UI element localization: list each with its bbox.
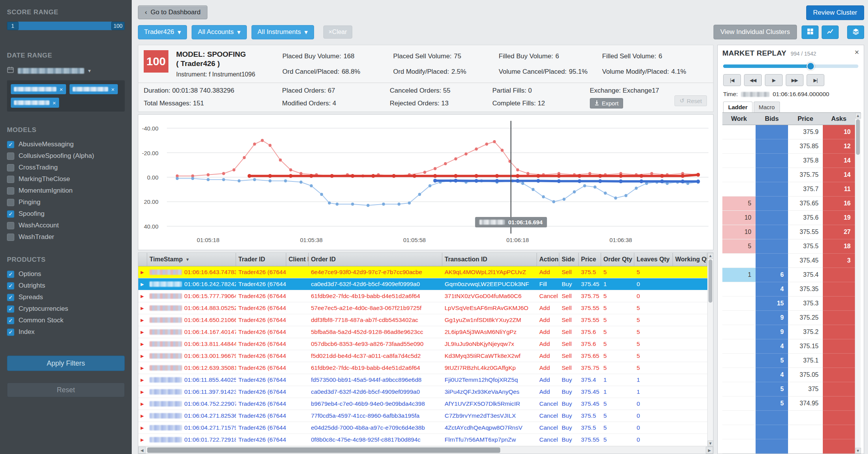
checkbox-item-pinging[interactable]: Pinging	[7, 197, 125, 208]
chart-view-button[interactable]	[822, 25, 839, 39]
clear-filters-button[interactable]: ×Clear	[323, 25, 353, 39]
column-header-trader-id[interactable]: Trader ID	[236, 253, 286, 266]
scroll-down-icon[interactable]: ▼	[708, 440, 713, 446]
play-button[interactable]: ▶	[765, 74, 783, 86]
slider-handle-max[interactable]: 100	[111, 22, 125, 30]
row-expand-icon[interactable]: ▶	[141, 294, 144, 299]
date-range-input[interactable]: ▾	[7, 65, 125, 76]
ladder-scroll-thumb[interactable]	[856, 119, 860, 155]
scroll-right-icon[interactable]: ▶	[706, 447, 713, 454]
row-expand-icon[interactable]: ▶	[141, 306, 144, 311]
hscroll-thumb[interactable]	[147, 447, 500, 453]
checkbox-item-abusivemessaging[interactable]: ✓AbusiveMessaging	[7, 139, 125, 150]
date-filter-chip[interactable]: ×	[11, 84, 66, 94]
sidebar-reset-button[interactable]: Reset	[7, 383, 125, 397]
scroll-up-icon[interactable]: ▲	[708, 253, 713, 259]
table-row[interactable]: ▶01:06:14.167.401478Trader426 (67644)5bf…	[138, 326, 707, 338]
checkbox-item-crosstrading[interactable]: CrossTrading	[7, 162, 125, 173]
layers-view-button[interactable]	[847, 25, 864, 39]
unchecked-checkbox-icon[interactable]	[7, 234, 14, 241]
scroll-down-icon[interactable]: ▼	[855, 448, 861, 454]
table-row[interactable]: ▶01:06:15.777.790644Trader426 (67644)61f…	[138, 290, 707, 302]
row-expand-icon[interactable]: ▶	[141, 378, 144, 383]
score-range-slider[interactable]: 1 100	[7, 22, 125, 30]
table-row[interactable]: ▶01:06:12.639.350811Trader426 (67644)61f…	[138, 362, 707, 374]
checkbox-item-options[interactable]: ✓Options	[7, 268, 125, 280]
row-expand-icon[interactable]: ▶	[141, 270, 144, 275]
checkbox-item-washaccount[interactable]: WashAccount	[7, 220, 125, 231]
date-filter-chip[interactable]: ×	[11, 98, 59, 108]
apply-filters-button[interactable]: Apply Filters	[7, 356, 125, 371]
unchecked-checkbox-icon[interactable]	[7, 176, 14, 183]
table-row[interactable]: ▶01:06:01.722.729182Trader426 (67644)0f8…	[138, 434, 707, 446]
slider-handle-min[interactable]: 1	[7, 22, 19, 30]
table-row[interactable]: ▶01:06:04.752.229072Trader426 (67644)b96…	[138, 398, 707, 410]
table-row[interactable]: ▶01:06:11.397.914234Trader426 (67644)ca0…	[138, 386, 707, 398]
checkbox-item-index[interactable]: ✓Index	[7, 326, 125, 338]
chart-canvas[interactable]	[167, 121, 708, 234]
instruments-filter-dropdown[interactable]: All Instruments▾	[251, 25, 314, 39]
view-individual-clusters-button[interactable]: View Individual Clusters	[713, 25, 797, 39]
row-expand-icon[interactable]: ▶	[141, 330, 144, 335]
checkbox-item-momentumignition[interactable]: MomentumIgnition	[7, 185, 125, 197]
checkbox-item-collusivespoofing-alpha[interactable]: CollusiveSpoofing (Alpha)	[7, 150, 125, 162]
rewind-button[interactable]: ◀◀	[744, 74, 762, 86]
trader-filter-dropdown[interactable]: Trader426▾	[138, 25, 187, 39]
table-row[interactable]: ▶01:06:16.643.747838Trader426 (67644)6e4…	[138, 266, 707, 278]
column-header-timestamp[interactable]: TimeStamp▼	[147, 253, 236, 266]
table-vertical-scrollbar[interactable]: ▲ ▼	[707, 253, 713, 446]
row-expand-icon[interactable]: ▶	[141, 390, 144, 395]
review-cluster-button[interactable]: Review Cluster	[806, 5, 864, 20]
checked-checkbox-icon[interactable]: ✓	[7, 141, 14, 148]
export-button[interactable]: Export	[590, 98, 623, 108]
column-header-working-qty[interactable]: Working Qty	[673, 253, 707, 266]
tab-ladder[interactable]: Ladder	[723, 102, 752, 112]
column-header-side[interactable]: Side	[559, 253, 579, 266]
table-row[interactable]: ▶01:06:14.650.210663Trader426 (67644)ddf…	[138, 314, 707, 326]
vscroll-track[interactable]	[708, 259, 713, 440]
table-row[interactable]: ▶01:06:13.811.448440Trader426 (67644)057…	[138, 338, 707, 350]
table-row[interactable]: ▶01:06:04.271.715792Trader426 (67644)e04…	[138, 422, 707, 434]
row-expand-icon[interactable]: ▶	[141, 366, 144, 371]
checkbox-item-spreads[interactable]: ✓Spreads	[7, 291, 125, 303]
checked-checkbox-icon[interactable]: ✓	[7, 317, 14, 324]
checkbox-item-spoofing[interactable]: ✓Spoofing	[7, 208, 125, 220]
skip-to-end-button[interactable]: ▶|	[807, 74, 824, 86]
accounts-filter-dropdown[interactable]: All Accounts▾	[192, 25, 246, 39]
checked-checkbox-icon[interactable]: ✓	[7, 271, 14, 278]
column-header-order-id[interactable]: Order ID	[309, 253, 442, 266]
checkbox-item-common-stock[interactable]: ✓Common Stock	[7, 315, 125, 326]
column-header-transaction-id[interactable]: Transaction ID	[442, 253, 537, 266]
row-expand-icon[interactable]: ▶	[141, 413, 144, 418]
chip-remove-icon[interactable]: ×	[111, 86, 115, 93]
checkbox-item-washtrader[interactable]: WashTrader	[7, 231, 125, 243]
skip-to-start-button[interactable]: |◀	[723, 74, 741, 86]
unchecked-checkbox-icon[interactable]	[7, 164, 14, 171]
checked-checkbox-icon[interactable]: ✓	[7, 329, 14, 336]
checkbox-item-cryptocurrencies[interactable]: ✓Cryptocurrencies	[7, 303, 125, 315]
ladder-scroll-track[interactable]	[855, 119, 861, 448]
checked-checkbox-icon[interactable]: ✓	[7, 305, 14, 313]
fast-forward-button[interactable]: ▶▶	[786, 74, 803, 86]
grid-view-button[interactable]	[802, 25, 819, 39]
chart-plot-area[interactable]: 01:06:16.694	[167, 121, 708, 234]
summary-reset-button[interactable]: ↺Reset	[674, 95, 707, 106]
replay-progress-slider[interactable]	[723, 64, 858, 68]
row-expand-icon[interactable]: ▶	[141, 342, 144, 347]
scroll-left-icon[interactable]: ◀	[138, 447, 146, 454]
row-expand-icon[interactable]: ▶	[141, 318, 144, 323]
column-header-price[interactable]: Price	[579, 253, 601, 266]
unchecked-checkbox-icon[interactable]	[7, 187, 14, 195]
checked-checkbox-icon[interactable]: ✓	[7, 294, 14, 301]
ladder-scrollbar[interactable]: ▲ ▼	[855, 113, 861, 454]
go-to-dashboard-button[interactable]: ‹ Go to Dashboard	[138, 5, 207, 19]
row-expand-icon[interactable]: ▶	[141, 401, 144, 407]
close-icon[interactable]: ×	[854, 48, 859, 57]
column-header-marker[interactable]	[138, 253, 147, 266]
column-header-order-qty[interactable]: Order Qty	[601, 253, 634, 266]
table-row[interactable]: ▶01:06:16.242.782424Trader426 (67644)ca0…	[138, 278, 707, 290]
row-expand-icon[interactable]: ▶	[141, 354, 144, 359]
table-row[interactable]: ▶01:06:04.271.825361Trader426 (67644)77f…	[138, 410, 707, 422]
table-row[interactable]: ▶01:06:14.883.052529Trader426 (67644)57e…	[138, 302, 707, 314]
checked-checkbox-icon[interactable]: ✓	[7, 210, 14, 218]
